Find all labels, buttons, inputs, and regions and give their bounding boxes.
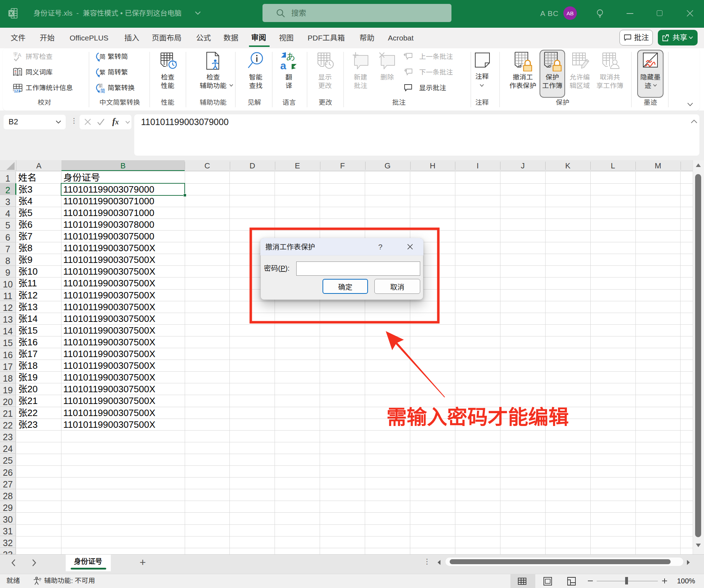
svg-text:需输入密码才能编辑: 需输入密码才能编辑 bbox=[386, 401, 569, 430]
